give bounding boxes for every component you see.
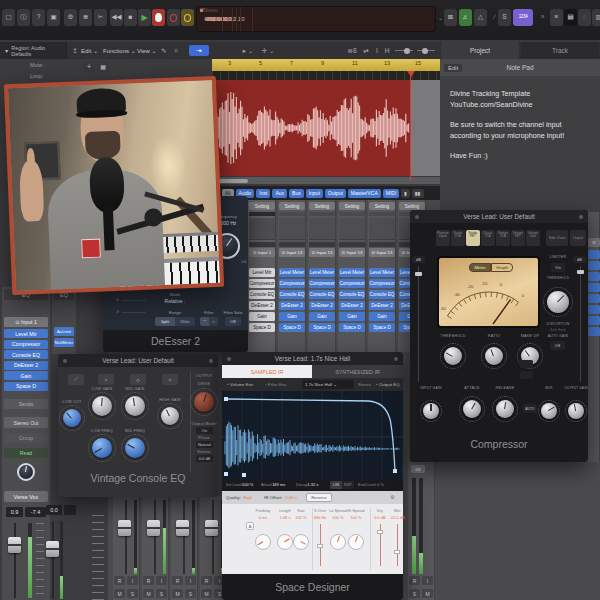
mixer-filter-midi[interactable]: MIDI: [383, 189, 400, 198]
sends-slot[interactable]: Sends: [4, 399, 48, 409]
add-track-button[interactable]: +: [83, 61, 95, 72]
param-slider-handle[interactable]: [377, 530, 383, 534]
input-monitor-button[interactable]: I: [156, 576, 167, 585]
zoom-slider-handle[interactable]: [404, 48, 410, 54]
channel-input-slot[interactable]: ⊙ Input 1: [249, 248, 275, 257]
plugin-slot-consoleeq[interactable]: Console EQ: [309, 290, 335, 299]
model-button-vintage-opto[interactable]: Vintage Opto: [526, 230, 540, 246]
snap-button[interactable]: ⇥: [189, 45, 209, 56]
auto-gain-button[interactable]: Off: [550, 341, 565, 350]
rewind-button[interactable]: ◀◀: [110, 9, 123, 26]
eq-knob-mid-freq[interactable]: [125, 438, 145, 458]
mixer-filter-output[interactable]: Output: [325, 189, 346, 198]
eq-knob-low-freq[interactable]: [92, 438, 112, 458]
plugin-slot-spaced[interactable]: Space D: [4, 382, 48, 391]
fader-track[interactable]: [183, 500, 185, 574]
group-slot[interactable]: Group: [4, 433, 48, 443]
capture-recording-button[interactable]: [167, 9, 180, 26]
horizontal-zoom-icon[interactable]: H: [383, 45, 391, 56]
plugin-title-bar[interactable]: Verse Lead: User Default: [58, 354, 218, 367]
track-options-button[interactable]: ▦: [97, 61, 109, 72]
lists-icon[interactable]: ≡: [550, 9, 563, 26]
channel-eq-thumbnail[interactable]: [369, 218, 395, 240]
mute-button[interactable]: M: [201, 589, 212, 598]
mute-button[interactable]: M: [172, 589, 183, 598]
channel-setting-button[interactable]: Setting: [249, 202, 275, 210]
disclosure-triangle-icon[interactable]: ▼: [4, 48, 9, 54]
mixer-channel-strip-right[interactable]: 03RISM: [408, 462, 435, 600]
fader-handle[interactable]: [8, 537, 21, 553]
plugin-slot-clipped[interactable]: [588, 283, 600, 292]
ir-offset-value[interactable]: 0.00 s: [285, 495, 297, 500]
channel-eq-thumbnail[interactable]: [279, 218, 305, 240]
note-pad-text[interactable]: Divine Tracking TemplateYouTube.com/Sean…: [440, 76, 600, 212]
channel-input-slot[interactable]: ⊙ Input 13: [279, 248, 305, 257]
input-monitor-button[interactable]: I: [127, 576, 138, 585]
param-slider-handle[interactable]: [317, 544, 323, 548]
mixer-filter-bus[interactable]: Bus: [289, 189, 304, 198]
toolbar-overflow-chevron[interactable]: »: [536, 9, 549, 26]
plugin-slot-compressor[interactable]: Compressor: [369, 279, 395, 288]
comp-knob-attack[interactable]: [463, 400, 481, 418]
plugin-slot-consoleeq[interactable]: Console EQ: [249, 290, 275, 299]
plugin-slot-compressor[interactable]: Compressor: [249, 279, 275, 288]
input-monitor-button[interactable]: I: [422, 576, 433, 585]
eq-knob-mid-gain[interactable]: [125, 396, 145, 416]
plugin-slot-spaced[interactable]: Space D: [279, 323, 305, 332]
plugin-slot-gain[interactable]: Gain: [369, 312, 395, 321]
apple-loops-icon[interactable]: ◌: [578, 9, 591, 26]
playhead-marker[interactable]: [407, 71, 415, 77]
channel-input-slot[interactable]: ⊙ Input 13: [369, 248, 395, 257]
solo-button[interactable]: S: [127, 589, 138, 598]
plugin-slot-levelmeter[interactable]: Level Meter: [309, 268, 335, 277]
window-dot-left[interactable]: [63, 359, 67, 363]
output-slider-track[interactable]: [580, 266, 581, 382]
mute-button[interactable]: M: [143, 589, 154, 598]
output-eq-button[interactable]: ◔ Output EQ: [375, 382, 400, 387]
metronome-icon[interactable]: △: [474, 9, 487, 26]
horizontal-zoom-slider[interactable]: [417, 50, 435, 51]
plugin-slot-levelmtr[interactable]: Level Mtr: [249, 268, 275, 277]
menu-edit[interactable]: Edit ⌄: [81, 42, 98, 59]
gear-icon[interactable]: ⚙: [390, 494, 394, 500]
count-in-badge[interactable]: 1234: [513, 9, 533, 26]
input-slider-track[interactable]: [418, 266, 419, 382]
plugin-slot-consoleeq[interactable]: Console EQ: [339, 290, 365, 299]
comp-knob-ratio[interactable]: [485, 347, 503, 365]
filter-shelf-button[interactable]: ⌒: [200, 317, 209, 326]
marquee-tool-icon[interactable]: ⌗: [171, 45, 181, 56]
inspector-icon[interactable]: ⓘ: [17, 9, 30, 26]
track-name-label[interactable]: Verse Vox: [4, 491, 48, 502]
record-enable-button[interactable]: R: [143, 576, 154, 585]
window-dot-right[interactable]: [579, 215, 583, 219]
output-gain-knob[interactable]: [568, 403, 584, 419]
plugin-slot-consoleeq[interactable]: Console EQ: [279, 290, 305, 299]
editors-icon[interactable]: ✂: [94, 9, 107, 26]
mixer-filter-mastervca[interactable]: Master/VCA: [348, 189, 381, 198]
output-slider-handle[interactable]: [577, 270, 584, 274]
mixer-channel-strip[interactable]: Setting⊙ Input 1Level MtrCompressorConso…: [248, 200, 276, 352]
plugin-slot-compressor[interactable]: Compressor: [4, 340, 48, 349]
window-dot-left[interactable]: [415, 215, 419, 219]
channel-eq-thumbnail[interactable]: [249, 218, 275, 240]
plugin-slot-deesser2[interactable]: DeEsser 2: [309, 301, 335, 310]
drive-knob[interactable]: [194, 392, 214, 412]
lcd-chevron-icon[interactable]: ⌄: [438, 14, 443, 21]
param-knob-size[interactable]: [293, 534, 309, 550]
note-pads-icon[interactable]: ▤: [564, 9, 577, 26]
audio-region[interactable]: [212, 80, 411, 176]
tab-project[interactable]: Project: [441, 42, 519, 59]
param-slider-track[interactable]: [397, 524, 398, 566]
record-enable-button[interactable]: R: [201, 576, 212, 585]
meter-toggle-graph[interactable]: Graph: [491, 263, 513, 272]
plugin-slot-deesser2[interactable]: DeEsser 2: [279, 301, 305, 310]
plugin-slot-clipped[interactable]: [588, 316, 600, 325]
fader-handle[interactable]: [118, 520, 131, 536]
window-dot-left[interactable]: [227, 357, 231, 361]
channel-input-slot[interactable]: ⊙ Input 13: [339, 248, 365, 257]
eq-shape-button[interactable]: ◇: [130, 374, 146, 385]
channel-setting-button[interactable]: Setting: [309, 202, 335, 210]
plugin-slot-clipped[interactable]: [588, 250, 600, 259]
input-gain-knob[interactable]: [423, 403, 439, 419]
solo-button[interactable]: S: [409, 589, 420, 598]
